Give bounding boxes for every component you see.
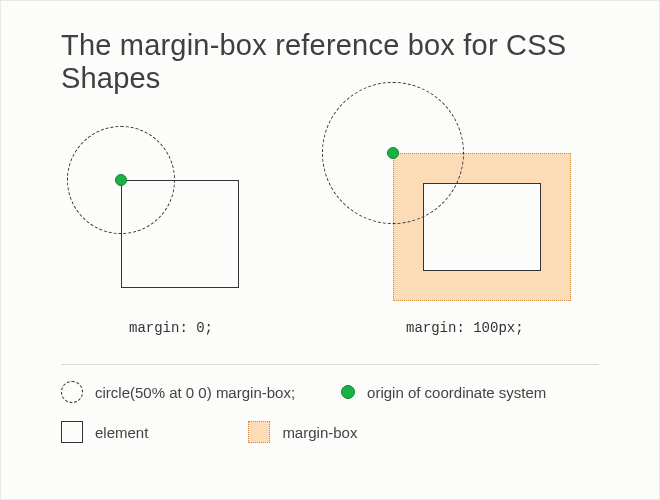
legend-label: circle(50% at 0 0) margin-box; (95, 384, 295, 401)
dashed-circle-icon (61, 381, 83, 403)
legend-divider (61, 364, 599, 365)
origin-dot-icon (115, 174, 127, 186)
legend-row: circle(50% at 0 0) margin-box; origin of… (61, 381, 599, 403)
page-title: The margin-box reference box for CSS Sha… (61, 1, 599, 95)
legend-item-origin: origin of coordinate system (341, 384, 546, 401)
legend-item-margin-box: margin-box (248, 421, 357, 443)
legend-row: element margin-box (61, 421, 599, 443)
legend-item-circle-function: circle(50% at 0 0) margin-box; (61, 381, 295, 403)
legend: circle(50% at 0 0) margin-box; origin of… (61, 381, 599, 443)
origin-dot-icon (341, 385, 355, 399)
element-box-icon (61, 421, 83, 443)
origin-dot-icon (387, 147, 399, 159)
diagram-caption: margin: 100px; (406, 320, 524, 336)
margin-box-icon (248, 421, 270, 443)
legend-item-element: element (61, 421, 148, 443)
diagram-area: margin: 0; margin: 100px; (61, 105, 599, 350)
legend-label: margin-box (282, 424, 357, 441)
diagram-caption: margin: 0; (129, 320, 213, 336)
diagram-frame: The margin-box reference box for CSS Sha… (0, 0, 660, 500)
legend-label: origin of coordinate system (367, 384, 546, 401)
legend-label: element (95, 424, 148, 441)
